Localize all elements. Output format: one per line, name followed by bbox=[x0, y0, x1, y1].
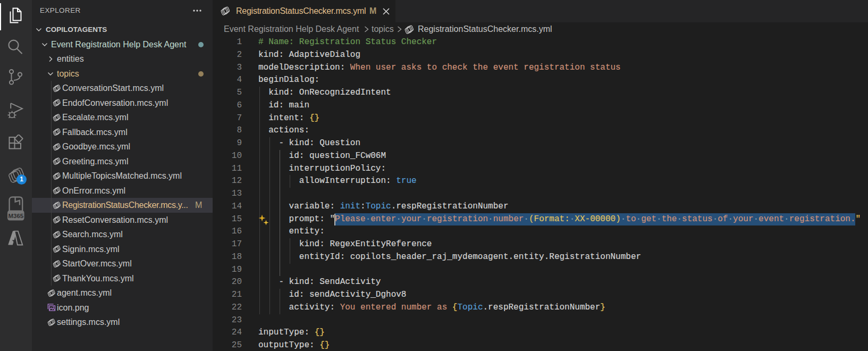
svg-text:M365: M365 bbox=[8, 213, 23, 219]
